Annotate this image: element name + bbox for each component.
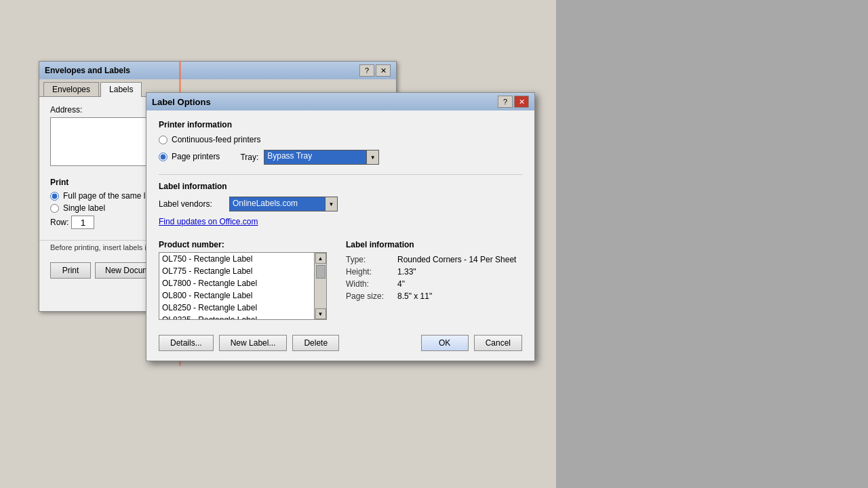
radio-continuous[interactable] <box>159 136 167 144</box>
type-row: Type: Rounded Corners - 14 Per Sheet <box>346 255 522 264</box>
radio-single[interactable] <box>50 204 59 213</box>
ok-button[interactable]: OK <box>421 335 469 351</box>
details-button[interactable]: Details... <box>159 335 214 351</box>
list-item[interactable]: OL800 - Rectangle Label <box>159 289 314 302</box>
vendor-dropdown-arrow[interactable]: ▼ <box>326 197 338 211</box>
tray-label: Tray: <box>240 152 258 162</box>
product-col: Product number: OL750 - Rectangle Label … <box>159 240 335 320</box>
list-item[interactable]: OL750 - Rectangle Label <box>159 253 314 265</box>
height-key: Height: <box>346 267 395 277</box>
page-size-key: Page size: <box>346 291 395 301</box>
height-val: 1.33" <box>397 267 416 277</box>
tray-dropdown: Bypass Tray ▼ <box>264 150 379 165</box>
page-size-val: 8.5" x 11" <box>397 291 432 301</box>
env-dialog-titlebar: Envelopes and Labels ? ✕ <box>39 62 396 79</box>
label-dialog-buttons: Details... New Label... Delete OK Cancel <box>146 329 534 361</box>
scroll-thumb[interactable] <box>316 265 326 279</box>
label-info-section: Label information Label vendors: OnlineL… <box>159 174 522 233</box>
delete-button[interactable]: Delete <box>292 335 339 351</box>
page-printers-label: Page printers <box>172 152 220 161</box>
print-button[interactable]: Print <box>50 262 91 279</box>
label-close-button[interactable]: ✕ <box>514 96 529 108</box>
continuous-feed-row: Continuous-feed printers <box>159 135 522 144</box>
radio-single-label: Single label <box>63 203 105 213</box>
env-close-button[interactable]: ✕ <box>376 64 391 77</box>
row-spinbox[interactable] <box>71 216 94 229</box>
two-col-area: Product number: OL750 - Rectangle Label … <box>159 240 522 320</box>
new-label-button[interactable]: New Label... <box>219 335 288 351</box>
list-item[interactable]: OL7800 - Rectangle Label <box>159 277 314 289</box>
radio-full-page[interactable] <box>50 192 59 201</box>
label-help-button[interactable]: ? <box>498 96 513 108</box>
env-help-button[interactable]: ? <box>359 64 374 77</box>
tray-select-value[interactable]: Bypass Tray <box>264 150 367 165</box>
type-key: Type: <box>346 255 395 264</box>
tray-dropdown-arrow[interactable]: ▼ <box>367 150 379 165</box>
height-row: Height: 1.33" <box>346 267 522 277</box>
address-input[interactable] <box>50 117 159 166</box>
list-item[interactable]: OL775 - Rectangle Label <box>159 265 314 277</box>
label-body: Printer information Continuous-feed prin… <box>146 110 534 329</box>
product-list-inner: OL750 - Rectangle Label OL775 - Rectangl… <box>159 253 314 320</box>
tab-envelopes[interactable]: Envelopes <box>43 82 99 96</box>
label-options-dialog: Label Options ? ✕ Printer information Co… <box>146 92 535 361</box>
width-row: Width: 4" <box>346 279 522 289</box>
label-dialog-titlebar: Label Options ? ✕ <box>146 93 534 110</box>
printer-info-label: Printer information <box>159 120 522 129</box>
vendors-label: Label vendors: <box>159 199 224 209</box>
label-dialog-controls: ? ✕ <box>498 96 529 108</box>
page-printers-row: Page printers Tray: Bypass Tray ▼ <box>159 148 522 165</box>
page-size-row: Page size: 8.5" x 11" <box>346 291 522 301</box>
list-item[interactable]: OL8325 - Rectangle Label <box>159 314 314 320</box>
label-cancel-button[interactable]: Cancel <box>474 335 522 351</box>
label-info-col-title: Label information <box>346 240 522 249</box>
vendor-input-value[interactable]: OnlineLabels.com <box>229 197 326 211</box>
label-dialog-title: Label Options <box>152 97 211 107</box>
product-number-label: Product number: <box>159 240 335 249</box>
vendors-row: Label vendors: OnlineLabels.com ▼ <box>159 197 522 211</box>
list-item[interactable]: OL8250 - Rectangle Label <box>159 302 314 314</box>
product-listbox[interactable]: OL750 - Rectangle Label OL775 - Rectangl… <box>159 252 327 320</box>
scroll-down-button[interactable]: ▼ <box>315 308 326 319</box>
tab-labels[interactable]: Labels <box>100 82 142 97</box>
tray-row: Tray: Bypass Tray ▼ <box>240 150 379 165</box>
width-key: Width: <box>346 279 395 289</box>
office-link[interactable]: Find updates on Office.com <box>159 217 258 226</box>
width-val: 4" <box>397 279 405 289</box>
continuous-label: Continuous-feed printers <box>172 135 260 144</box>
background-right <box>556 0 868 488</box>
product-scrollbar[interactable]: ▲ ▼ <box>314 253 326 319</box>
env-dialog-controls: ? ✕ <box>359 64 391 77</box>
type-val: Rounded Corners - 14 Per Sheet <box>397 255 516 264</box>
radio-page-printers[interactable] <box>159 152 167 161</box>
scroll-up-button[interactable]: ▲ <box>315 253 326 264</box>
label-info-section-label: Label information <box>159 182 522 191</box>
printer-info-section: Printer information Continuous-feed prin… <box>159 120 522 165</box>
vendor-select-box: OnlineLabels.com ▼ <box>229 197 338 211</box>
row-label: Row: <box>50 218 68 227</box>
label-info-col: Label information Type: Rounded Corners … <box>346 240 522 320</box>
env-dialog-title: Envelopes and Labels <box>45 66 130 75</box>
